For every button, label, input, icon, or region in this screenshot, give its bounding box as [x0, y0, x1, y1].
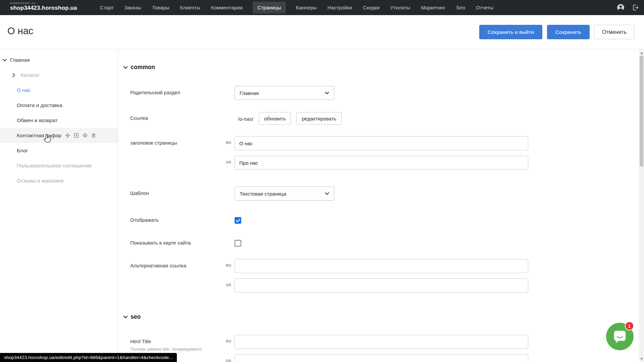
- sidebar-item-label: Главная: [10, 57, 30, 63]
- chevron-down-icon: [123, 66, 128, 69]
- lang-badge-ua: UA: [226, 354, 235, 362]
- chat-bubble-icon: [612, 329, 628, 344]
- delete-icon[interactable]: [91, 133, 96, 138]
- sitemap-checkbox[interactable]: [235, 240, 241, 247]
- section-common-label: common: [131, 64, 155, 71]
- link-label: Ссылка: [130, 112, 226, 121]
- scroll-down-arrow[interactable]: [639, 356, 644, 361]
- nav-item-marketing[interactable]: Маркетинг: [420, 2, 446, 13]
- nav-item-orders[interactable]: Заказы: [124, 2, 142, 13]
- sidebar-item-katalog[interactable]: Каталог: [0, 67, 118, 83]
- template-label: Шаблон: [130, 187, 226, 196]
- selected-value: Главная: [240, 90, 259, 96]
- sidebar-item-kontaktnaya[interactable]: Контактная инфор: [0, 128, 118, 143]
- check-icon: [236, 219, 240, 222]
- lang-badge-ru: RU: [226, 335, 235, 349]
- page-title: О нас: [7, 25, 33, 37]
- vertical-scrollbar[interactable]: [639, 50, 644, 362]
- sidebar-item-label: Блог: [17, 148, 28, 154]
- logout-icon[interactable]: [632, 4, 639, 11]
- section-seo-label: seo: [131, 313, 141, 320]
- display-checkbox[interactable]: [235, 217, 241, 224]
- chevron-right-icon[interactable]: [12, 73, 15, 77]
- add-icon[interactable]: [73, 133, 79, 138]
- page-title-field-label: заголовок страницы: [130, 136, 226, 146]
- cancel-button[interactable]: Отменить: [594, 25, 634, 39]
- html-title-label: Html Title: [130, 339, 226, 344]
- page-edit-form: common Родительский раздел Главная Ссылк…: [118, 50, 639, 362]
- save-and-exit-button[interactable]: Сохранить и выйти: [479, 25, 542, 39]
- alt-link-ua-input[interactable]: [235, 278, 528, 293]
- section-common[interactable]: common: [123, 64, 639, 71]
- lang-badge-ua: UA: [226, 156, 235, 170]
- sidebar-item-label: Контактная инфор: [17, 133, 61, 139]
- chevron-down-icon[interactable]: [3, 59, 7, 61]
- chevron-down-icon: [325, 192, 329, 195]
- link-edit-button[interactable]: редактировать: [296, 112, 342, 125]
- html-title-ua-input[interactable]: [235, 354, 528, 362]
- parent-section-select[interactable]: Главная: [235, 86, 334, 100]
- sidebar-item-label: Отзывы о магазине: [17, 178, 64, 184]
- settings-icon[interactable]: [82, 133, 88, 138]
- alt-link-ru-input[interactable]: [235, 259, 528, 273]
- nav-item-comments[interactable]: Комментарии: [210, 2, 243, 13]
- display-label: Отображать: [130, 216, 226, 223]
- account-icon[interactable]: [616, 3, 625, 12]
- item-action-icons: [65, 133, 96, 138]
- sitemap-label: Показывать в карте сайта: [130, 239, 226, 246]
- chat-unread-badge: 1: [625, 321, 634, 330]
- link-preview-statusbar: shop34423.horoshop.ua/edit/edit.php?id=6…: [0, 353, 177, 362]
- link-path-value: /o-nas/: [235, 115, 253, 122]
- sidebar-item-label: О нас: [17, 87, 31, 93]
- template-select[interactable]: Текстовая страница: [235, 187, 334, 201]
- scroll-up-arrow[interactable]: [639, 50, 644, 55]
- parent-section-label: Родительский раздел: [130, 86, 226, 95]
- nav-item-settings[interactable]: Настройки: [327, 2, 353, 13]
- lang-badge-ru: RU: [226, 259, 235, 273]
- html-title-ru-input[interactable]: [235, 335, 528, 349]
- sidebar-item-glavnaya[interactable]: Главная: [0, 52, 118, 67]
- pages-tree-sidebar: Главная Каталог О нас Оплата и доставка …: [0, 50, 118, 362]
- page-title-ru-input[interactable]: [235, 136, 528, 150]
- sidebar-item-label: Оплата и доставка: [17, 102, 62, 108]
- nav-item-start[interactable]: Старт: [99, 2, 114, 13]
- alt-link-label: Альтернативная ссылка: [130, 259, 226, 268]
- html-title-note: Полная замена title, генерируемого: [130, 347, 226, 352]
- nav-item-seo[interactable]: Seo: [455, 2, 466, 13]
- nav-item-pages[interactable]: Страницы: [253, 2, 286, 13]
- lang-badge-ru: RU: [226, 136, 235, 150]
- nav-item-banners[interactable]: Баннеры: [295, 2, 317, 13]
- logo-version-label: HOROSHOP V4: [10, 2, 77, 5]
- selected-value: Текстовая страница: [240, 191, 286, 197]
- nav-item-discounts[interactable]: Скидки: [362, 2, 380, 13]
- link-refresh-button[interactable]: обновить: [259, 112, 291, 125]
- sidebar-item-soglashenie[interactable]: Пользовательское соглашение: [0, 158, 118, 173]
- lang-badge-ua: UA: [226, 278, 235, 293]
- sidebar-item-label: Пользовательское соглашение: [17, 163, 92, 169]
- page-header: О нас Сохранить и выйти Сохранить Отмени…: [0, 15, 644, 49]
- sidebar-item-otzyvy[interactable]: Отзывы о магазине: [0, 173, 118, 188]
- chevron-down-icon: [325, 92, 329, 94]
- sidebar-item-obmen[interactable]: Обмен и возврат: [0, 113, 118, 128]
- move-icon[interactable]: [65, 133, 70, 138]
- logo-domain-label: shop34423.horoshop.ua: [10, 5, 77, 11]
- sidebar-item-label: Обмен и возврат: [17, 117, 58, 123]
- top-navbar: HOROSHOP V4 shop34423.horoshop.ua Старт …: [0, 0, 644, 15]
- sidebar-item-oplata[interactable]: Оплата и доставка: [0, 98, 118, 113]
- main-menu: Старт Заказы Товары Клиенты Комментарии …: [99, 0, 494, 15]
- nav-item-reports[interactable]: Отчеты: [475, 2, 494, 13]
- shop-logo[interactable]: HOROSHOP V4 shop34423.horoshop.ua: [10, 2, 77, 11]
- page-title-ua-input[interactable]: [235, 156, 528, 170]
- nav-item-clients[interactable]: Клиенты: [180, 2, 201, 13]
- sidebar-item-blog[interactable]: Блог: [0, 143, 118, 158]
- scrollbar-thumb[interactable]: [640, 56, 643, 166]
- chat-widget-button[interactable]: 1: [606, 323, 634, 350]
- chevron-down-icon: [123, 316, 128, 318]
- nav-item-products[interactable]: Товары: [151, 2, 170, 13]
- section-seo[interactable]: seo: [123, 313, 639, 320]
- nav-item-utilities[interactable]: Утилиты: [390, 2, 411, 13]
- save-button[interactable]: Сохранить: [547, 25, 590, 39]
- sidebar-item-label: Каталог: [21, 72, 40, 78]
- sidebar-item-o-nas[interactable]: О нас: [0, 83, 118, 98]
